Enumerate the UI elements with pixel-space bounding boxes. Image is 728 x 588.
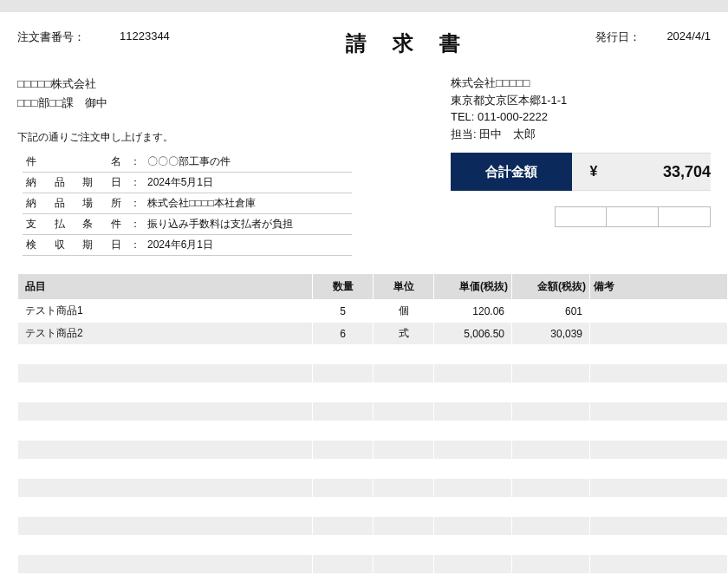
items-table: 品目 数量 単位 単価(税抜) 金額(税抜) 備考 テスト商品15個120.06… (17, 273, 728, 588)
table-cell (512, 345, 590, 364)
table-cell (434, 345, 512, 364)
top-stripe (0, 0, 728, 12)
table-row (18, 441, 728, 460)
table-row (18, 536, 728, 555)
table-row (18, 460, 728, 479)
table-cell (512, 441, 590, 460)
table-cell (18, 555, 313, 574)
table-cell (590, 517, 728, 536)
client-block: □□□□□株式会社 □□□部□□課 御中 下記の通りご注文申し上げます。 件名 … (17, 75, 416, 256)
table-cell (590, 479, 728, 498)
payment-label: 支払条件 (23, 214, 127, 235)
detail-row-delivery: 納品期日 ： 2024年5月1日 (23, 173, 352, 193)
table-cell: テスト商品2 (18, 323, 313, 345)
table-cell (590, 345, 728, 364)
table-cell (590, 364, 728, 383)
table-cell (512, 383, 590, 402)
table-cell: 5,006.50 (434, 323, 512, 345)
colon: ： (127, 152, 144, 173)
order-number-value: 11223344 (120, 29, 170, 45)
sender-address: 東京都文京区本郷1-1-1 (451, 92, 711, 109)
table-cell (590, 460, 728, 479)
table-cell (590, 402, 728, 421)
table-cell (590, 421, 728, 441)
table-cell: 120.06 (434, 300, 512, 323)
table-cell (18, 460, 313, 479)
items-wrapper: 品目 数量 単位 単価(税抜) 金額(税抜) 備考 テスト商品15個120.06… (0, 273, 728, 588)
order-number-label: 注文書番号： (17, 29, 85, 45)
table-cell (374, 498, 434, 517)
stamp-box (555, 206, 607, 227)
place-value: 株式会社□□□□本社倉庫 (144, 193, 352, 214)
parties-section: □□□□□株式会社 □□□部□□課 御中 下記の通りご注文申し上げます。 件名 … (0, 75, 728, 265)
stamp-box (659, 206, 711, 227)
table-cell (374, 364, 434, 383)
table-cell (374, 517, 434, 536)
subject-value: 〇〇〇部工事の件 (144, 152, 352, 173)
inspect-label: 検収期日 (23, 235, 127, 256)
table-cell (313, 498, 374, 517)
client-department: □□□部□□課 御中 (17, 94, 416, 113)
table-cell (18, 364, 313, 383)
table-cell (18, 479, 313, 498)
table-cell (374, 402, 434, 421)
table-cell (374, 460, 434, 479)
table-cell (512, 498, 590, 517)
table-row (18, 498, 728, 517)
table-cell: 個 (374, 300, 434, 323)
client-name: □□□□□株式会社 (17, 75, 416, 94)
inspect-value: 2024年6月1日 (144, 235, 352, 256)
col-amount-header: 金額(税抜) (512, 274, 590, 300)
sender-name: 株式会社□□□□□ (451, 75, 711, 92)
table-cell (434, 441, 512, 460)
table-cell (18, 574, 313, 588)
sender-tel: TEL: 011-000-2222 (451, 108, 711, 126)
table-cell: テスト商品1 (18, 300, 313, 323)
table-cell (434, 479, 512, 498)
table-cell (313, 421, 374, 441)
colon: ： (127, 173, 144, 193)
table-row (18, 345, 728, 364)
table-cell (313, 536, 374, 555)
colon: ： (127, 214, 144, 235)
table-cell (512, 421, 590, 441)
table-cell (18, 536, 313, 555)
table-cell (374, 479, 434, 498)
table-cell: 6 (313, 323, 374, 345)
table-cell (313, 383, 374, 402)
items-header-row: 品目 数量 単位 単価(税抜) 金額(税抜) 備考 (18, 274, 728, 300)
table-cell (18, 498, 313, 517)
table-cell (434, 402, 512, 421)
total-amount: 33,704 (615, 153, 711, 191)
table-cell (374, 421, 434, 441)
detail-row-payment: 支払条件 ： 振り込み手数料は支払者が負担 (23, 214, 352, 235)
table-cell: 式 (374, 323, 434, 345)
table-row (18, 517, 728, 536)
colon: ： (127, 193, 144, 214)
place-label: 納品場所 (23, 193, 127, 214)
document-title: 請求書 (260, 29, 537, 57)
table-cell (313, 460, 374, 479)
issue-date-value: 2024/4/1 (666, 29, 711, 45)
table-row: テスト商品26式5,006.5030,039 (18, 323, 728, 345)
col-qty-header: 数量 (313, 274, 374, 300)
table-cell (590, 383, 728, 402)
table-cell (18, 441, 313, 460)
table-cell (512, 517, 590, 536)
table-cell (313, 555, 374, 574)
col-note-header: 備考 (590, 274, 728, 300)
table-cell (512, 402, 590, 421)
col-item-header: 品目 (18, 274, 313, 300)
table-row (18, 383, 728, 402)
issue-date-block: 発行日： 2024/4/1 (537, 29, 711, 45)
table-cell (313, 441, 374, 460)
table-cell (590, 300, 728, 323)
table-cell (313, 364, 374, 383)
title-block: 請求書 (260, 29, 537, 57)
table-row: テスト商品15個120.06601 (18, 300, 728, 323)
subject-label: 件名 (23, 152, 127, 173)
table-cell (374, 574, 434, 588)
table-cell (313, 345, 374, 364)
table-cell (18, 345, 313, 364)
detail-row-place: 納品場所 ： 株式会社□□□□本社倉庫 (23, 193, 352, 214)
